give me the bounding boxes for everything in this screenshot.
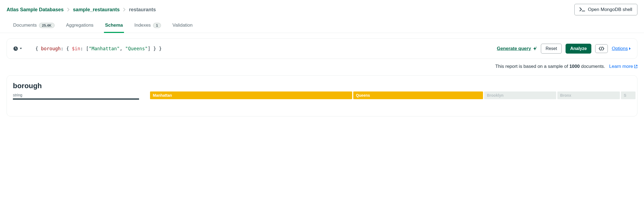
generate-query-label: Generate query (497, 46, 531, 51)
query-value: "Queens" (125, 46, 148, 51)
query-value: "Manhattan" (89, 46, 120, 51)
generate-query-link[interactable]: Generate query (497, 46, 537, 51)
tab-validation[interactable]: Validation (171, 20, 194, 33)
query-operator: $in (72, 46, 80, 51)
sample-report-note: This report is based on a sample of 1000… (0, 59, 644, 69)
caret-down-icon (19, 48, 22, 50)
svg-line-3 (601, 47, 602, 50)
query-history-button[interactable] (13, 46, 22, 51)
query-bar: { borough: { $in: ["Manhattan", "Queens"… (7, 38, 637, 59)
value-bar[interactable]: Brooklyn (484, 91, 556, 99)
chevron-right-icon (123, 8, 126, 12)
learn-more-link[interactable]: Learn more (609, 64, 637, 69)
query-sep: : { (61, 46, 72, 51)
query-sep: , (120, 46, 125, 51)
chevron-right-icon (67, 8, 70, 12)
report-count: 1000 (569, 64, 580, 69)
report-prefix: This report is based on a sample of (495, 64, 569, 69)
type-bar (13, 98, 139, 100)
svg-point-2 (536, 47, 537, 48)
tab-documents[interactable]: Documents 25.4K (12, 20, 56, 33)
caret-right-icon (629, 47, 631, 50)
code-toggle-button[interactable] (595, 44, 608, 53)
field-type: string (13, 93, 139, 97)
query-key: borough (41, 46, 61, 51)
tab-aggregations[interactable]: Aggregations (65, 20, 95, 33)
learn-more-label: Learn more (609, 64, 633, 69)
query-brace: { (35, 46, 41, 51)
breadcrumb: Atlas Sample Databases sample_restaurant… (7, 7, 156, 13)
query-brace: ] } } (148, 46, 162, 51)
value-bar[interactable]: S (621, 91, 635, 99)
tab-indexes-label: Indexes (134, 23, 151, 28)
value-bar[interactable]: Queens (353, 91, 483, 99)
open-shell-button[interactable]: Open MongoDB shell (574, 4, 637, 15)
query-input[interactable]: { borough: { $in: ["Manhattan", "Queens"… (26, 46, 493, 51)
code-icon (599, 47, 604, 51)
tab-documents-label: Documents (13, 23, 37, 28)
sparkle-icon (533, 46, 537, 51)
value-bar[interactable]: Bronx (557, 91, 620, 99)
collection-tabs: Documents 25.4K Aggregations Schema Inde… (0, 20, 644, 33)
schema-field-card: borough string ManhattanQueensBrooklynBr… (7, 75, 637, 116)
open-shell-label: Open MongoDB shell (588, 7, 632, 12)
breadcrumb-db[interactable]: sample_restaurants (73, 7, 120, 13)
field-name: borough (13, 82, 139, 90)
terminal-icon (580, 7, 585, 12)
report-suffix: documents. (580, 64, 605, 69)
tab-indexes[interactable]: Indexes 1 (133, 20, 162, 33)
breadcrumb-root[interactable]: Atlas Sample Databases (7, 7, 64, 13)
reset-button[interactable]: Reset (541, 44, 562, 54)
value-distribution: ManhattanQueensBrooklynBronxS (150, 91, 631, 99)
options-link[interactable]: Options (612, 46, 631, 51)
tab-schema[interactable]: Schema (104, 20, 124, 33)
external-link-icon (634, 65, 637, 68)
value-bar[interactable]: Manhattan (150, 91, 352, 99)
query-sep: : [ (80, 46, 89, 51)
analyze-button[interactable]: Analyze (566, 44, 591, 54)
indexes-count-badge: 1 (153, 23, 161, 28)
documents-count-badge: 25.4K (39, 23, 55, 28)
clock-icon (13, 46, 18, 51)
tab-schema-label: Schema (105, 23, 123, 28)
options-label: Options (612, 46, 628, 51)
tab-validation-label: Validation (173, 23, 193, 28)
breadcrumb-collection: restaurants (129, 7, 156, 13)
tab-aggregations-label: Aggregations (66, 23, 94, 28)
